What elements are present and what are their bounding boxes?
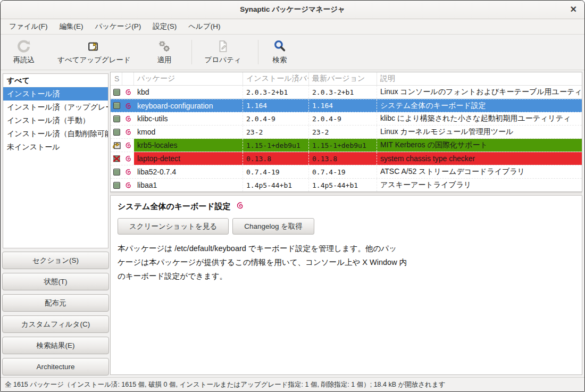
column-header-package[interactable]: パッケージ <box>134 72 243 85</box>
titlebar[interactable]: Synaptic パッケージマネージャ ✕ <box>1 1 584 19</box>
table-header: S パッケージ インストール済バージョン 最新バージョン 説明 <box>111 72 582 86</box>
sections-button[interactable]: セクション(S) <box>2 252 109 269</box>
package-name: klibc-utils <box>134 112 243 125</box>
get-changelog-button[interactable]: Changelog を取得 <box>232 218 314 235</box>
remove-marked-icon[interactable] <box>111 152 122 165</box>
package-description: MIT Kerberos の国際化サポート <box>377 139 582 152</box>
architecture-button[interactable]: Architecture <box>2 358 109 376</box>
view-screenshot-button[interactable]: スクリーンショットを見る <box>118 218 229 235</box>
installed-version: 1.15-1+deb9u1 <box>243 139 309 152</box>
column-header-status[interactable]: S <box>111 72 122 85</box>
left-pane: すべて インストール済 インストール済（アップグレード可） インストール済（手動… <box>1 70 110 377</box>
reload-icon <box>17 38 31 54</box>
package-row[interactable]: klibc-utils 2.0.4-9 2.0.4-9 klibc により構築さ… <box>111 112 582 126</box>
debian-icon <box>122 139 134 152</box>
properties-icon <box>216 38 230 54</box>
package-description: アスキーアートライブラリ <box>377 179 582 191</box>
package-row-marked-removal[interactable]: laptop-detect 0.13.8 0.13.8 system chass… <box>111 152 582 165</box>
debian-icon <box>122 112 134 125</box>
filter-list: すべて インストール済 インストール済（アップグレード可） インストール済（手動… <box>3 73 108 248</box>
installed-version: 23-2 <box>243 126 309 138</box>
details-pane: システム全体のキーボード設定 スクリーンショットを見る Changelog を取… <box>110 196 582 375</box>
package-row[interactable]: kbd 2.0.3-2+b1 2.0.3-2+b1 Linux コンソールのフォ… <box>111 86 582 99</box>
latest-version: 1.15-1+deb9u1 <box>309 139 377 152</box>
debian-icon <box>122 152 134 165</box>
toolbar: 再読込 すべてアップグレード 適用 <box>1 35 584 70</box>
toolbar-separator <box>191 40 192 64</box>
installed-status-icon[interactable] <box>113 102 120 109</box>
menu-edit[interactable]: 編集(E) <box>54 19 89 34</box>
installed-version: 0.13.8 <box>243 152 309 165</box>
installed-status-icon[interactable] <box>113 182 120 189</box>
upgrade-all-button[interactable]: すべてアップグレード <box>57 38 131 65</box>
package-row[interactable]: liba52-0.7.4 0.7.4-19 0.7.4-19 ATSC A/52… <box>111 165 582 179</box>
debian-icon <box>122 179 134 191</box>
debian-icon <box>122 126 134 138</box>
installed-status-icon[interactable] <box>113 169 120 176</box>
menu-package[interactable]: パッケージ(P) <box>89 19 147 34</box>
search-button[interactable]: 検索 <box>273 38 287 65</box>
pane-splitter[interactable] <box>110 192 582 196</box>
filter-item-not-installed[interactable]: 未インストール <box>3 140 108 154</box>
debian-icon <box>122 86 134 98</box>
package-name: liba52-0.7.4 <box>134 165 243 178</box>
package-row-marked-upgrade[interactable]: krb5-locales 1.15-1+deb9u1 1.15-1+deb9u1… <box>111 139 582 152</box>
latest-version: 1.164 <box>309 99 377 112</box>
toolbar-separator <box>258 40 258 64</box>
upgrade-marked-icon[interactable] <box>111 139 122 152</box>
package-name: kbd <box>134 86 243 98</box>
installed-version: 1.164 <box>243 99 309 112</box>
details-title: システム全体のキーボード設定 <box>118 202 231 212</box>
synaptic-window: Synaptic パッケージマネージャ ✕ ファイル(F) 編集(E) パッケー… <box>0 0 585 392</box>
package-row[interactable]: libaa1 1.4p5-44+b1 1.4p5-44+b1 アスキーアートライ… <box>111 179 582 192</box>
package-description: klibc により構築された小さな起動初期用ユーティリティ <box>377 112 582 125</box>
latest-version: 2.0.3-2+b1 <box>309 86 377 98</box>
column-header-installed-version[interactable]: インストール済バージョン <box>243 72 309 85</box>
right-pane: S パッケージ インストール済バージョン 最新バージョン 説明 kbd 2.0.… <box>110 72 582 375</box>
installed-status-icon[interactable] <box>113 115 120 122</box>
filter-item-installed-autoremovable[interactable]: インストール済（自動削除可能） <box>3 127 108 140</box>
origin-button[interactable]: 配布元 <box>2 294 109 312</box>
package-row[interactable]: kmod 23-2 23-2 Linux カーネルモジュール管理用ツール <box>111 126 582 139</box>
package-row-selected[interactable]: keyboard-configuration 1.164 1.164 システム全… <box>111 99 582 112</box>
filter-item-installed[interactable]: インストール済 <box>3 87 108 101</box>
package-table: S パッケージ インストール済バージョン 最新バージョン 説明 kbd 2.0.… <box>110 72 582 192</box>
details-description: 本パッケージは /etc/default/keyboard でキーボード設定を管… <box>118 241 576 283</box>
installed-status-icon[interactable] <box>113 129 120 136</box>
latest-version: 23-2 <box>309 126 377 138</box>
debian-icon <box>122 165 134 178</box>
upgrade-all-icon <box>87 38 101 54</box>
apply-button[interactable]: 適用 <box>157 38 172 65</box>
properties-button[interactable]: プロパティ <box>204 38 241 65</box>
status-button[interactable]: 状態(T) <box>2 273 109 290</box>
status-summary: 全 1615 パッケージ（インストール済: 1615 個, 破損 0 個, イン… <box>5 380 445 389</box>
window-title: Synaptic パッケージマネージャ <box>1 5 584 14</box>
statusbar: 全 1615 パッケージ（インストール済: 1615 個, 破損 0 個, イン… <box>1 377 584 391</box>
menu-file[interactable]: ファイル(F) <box>3 19 54 34</box>
menu-help[interactable]: ヘルプ(H) <box>182 19 226 34</box>
column-header-latest-version[interactable]: 最新バージョン <box>309 72 377 85</box>
latest-version: 0.7.4-19 <box>309 165 377 178</box>
package-name: kmod <box>134 126 243 138</box>
menu-settings[interactable]: 設定(S) <box>147 19 182 34</box>
package-name: keyboard-configuration <box>134 99 243 112</box>
filter-item-all[interactable]: すべて <box>3 74 108 87</box>
latest-version: 1.4p5-44+b1 <box>309 179 377 191</box>
search-icon <box>273 38 287 54</box>
custom-filters-button[interactable]: カスタムフィルタ(C) <box>2 315 109 333</box>
filter-item-installed-upgradable[interactable]: インストール済（アップグレード可） <box>3 101 108 114</box>
latest-version: 2.0.4-9 <box>309 112 377 125</box>
reload-button[interactable]: 再読込 <box>13 38 35 65</box>
installed-status-icon[interactable] <box>113 89 120 96</box>
column-header-supported[interactable] <box>122 72 134 85</box>
filter-item-installed-manual[interactable]: インストール済（手動） <box>3 114 108 127</box>
debian-icon <box>236 201 244 212</box>
menubar: ファイル(F) 編集(E) パッケージ(P) 設定(S) ヘルプ(H) <box>1 19 584 35</box>
search-results-button[interactable]: 検索結果(E) <box>2 337 109 354</box>
filter-buttons: セクション(S) 状態(T) 配布元 カスタムフィルタ(C) 検索結果(E) A… <box>2 252 109 379</box>
apply-gears-icon <box>157 38 172 54</box>
column-header-description[interactable]: 説明 <box>377 72 582 85</box>
close-icon[interactable]: ✕ <box>570 4 577 15</box>
package-name: libaa1 <box>134 179 243 191</box>
package-description: Linux コンソールのフォントおよびキーテーブル用ユーティリティ <box>377 86 582 98</box>
